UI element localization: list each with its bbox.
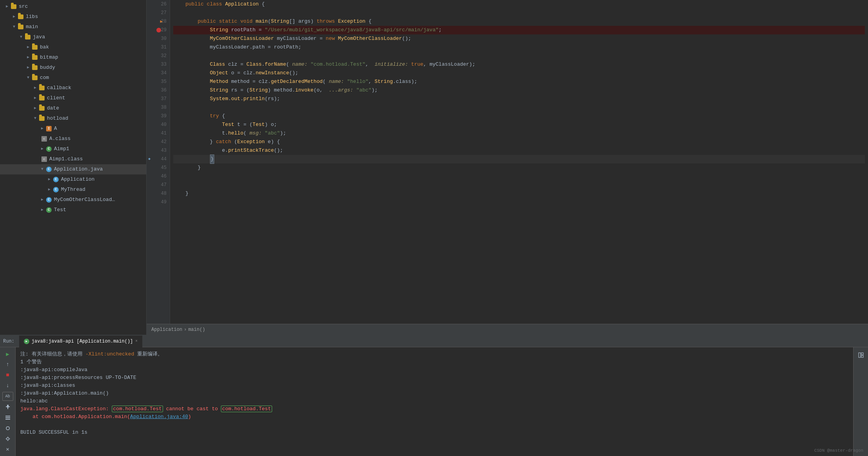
sidebar-item-Aimp1[interactable]: ▶ C Aimp1: [0, 144, 146, 154]
line-28: ▶ 28: [147, 17, 170, 26]
code-line-48: }: [173, 189, 865, 198]
output-line-6: :java8-api:Application.main(): [20, 390, 848, 397]
sidebar-item-buddy[interactable]: ▶ buddy: [0, 63, 146, 73]
line-47: 47: [147, 181, 170, 189]
sidebar-item-label: date: [47, 104, 59, 113]
line-34: 34: [147, 69, 170, 77]
sidebar-item-label: main: [26, 23, 38, 31]
run-pin-button[interactable]: [2, 402, 13, 411]
svg-rect-3: [5, 416, 10, 417]
sidebar-item-label: Test: [54, 206, 66, 214]
run-stop-button[interactable]: ■: [2, 371, 13, 380]
run-ab-button[interactable]: Ab: [2, 392, 13, 401]
class-blue-icon: C: [45, 197, 52, 203]
sidebar-item-libs[interactable]: ▶ libs: [0, 12, 146, 22]
sidebar-item-client[interactable]: ▶ client: [0, 93, 146, 103]
sidebar-item-label: hotload: [47, 114, 68, 123]
arrow-icon: ▶: [32, 104, 38, 113]
sidebar-item-label: callback: [47, 84, 71, 92]
run-close-button[interactable]: ✕: [2, 445, 13, 454]
line-41: 41: [147, 129, 170, 138]
folder-icon: [31, 75, 38, 81]
cast-exception-class2: com.hotload.Test: [221, 406, 272, 412]
arrow-icon: ▼: [32, 114, 38, 123]
tree-icon: [5, 415, 11, 420]
stack-trace-link[interactable]: Application.java:40: [130, 414, 188, 420]
sidebar-item-MyComOtherClassLoad[interactable]: ▶ C MyComOtherClassLoad…: [0, 195, 146, 205]
arrow-icon: ▶: [39, 196, 45, 204]
sidebar-item-src[interactable]: ▶ src: [0, 2, 146, 12]
svg-point-6: [7, 438, 9, 440]
class-blue-icon: C: [52, 177, 59, 182]
svg-rect-7: [7, 436, 8, 437]
sidebar-item-MyThread[interactable]: ▶ C MyThread: [0, 185, 146, 195]
code-container: 26 27 ▶ 28 29 30 31 32 33 34 35: [147, 0, 868, 324]
arrow-icon: ▶: [46, 175, 52, 184]
breadcrumb-application: Application: [151, 327, 182, 332]
code-line-43: e.printStackTrace();: [173, 146, 865, 155]
code-line-26: public class Application {: [173, 0, 865, 9]
sidebar-item-main[interactable]: ▼ main: [0, 22, 146, 32]
sidebar-item-com[interactable]: ▼ com: [0, 73, 146, 83]
file-class-icon: c: [41, 136, 48, 142]
run-link-button[interactable]: [2, 424, 13, 433]
line-49: 49: [147, 198, 170, 206]
run-up-button[interactable]: ↑: [2, 360, 13, 369]
sidebar-item-java[interactable]: ▼ java: [0, 32, 146, 42]
arrow-icon: ▶: [39, 145, 45, 153]
code-line-46: [173, 172, 865, 181]
line-36: 36: [147, 86, 170, 95]
code-line-35: Method method = clz.getDeclaredMethod( n…: [173, 77, 865, 86]
folder-icon: [17, 24, 24, 30]
sidebar-item-label: Application: [61, 175, 95, 184]
sidebar-item-Aimp1-class[interactable]: c Aimp1.class: [0, 154, 146, 164]
code-line-41: t.hello( msg: "abc");: [173, 129, 865, 138]
sidebar-item-bak[interactable]: ▶ bak: [0, 42, 146, 52]
line-43: 43: [147, 146, 170, 155]
run-label: Run:: [3, 339, 14, 344]
sidebar-item-Test[interactable]: ▶ C Test: [0, 205, 146, 215]
run-tab-active[interactable]: ▶ java8:java8-api [Application.main()] ×: [19, 336, 142, 347]
code-line-40: Test t = (Test) o;: [173, 120, 865, 129]
arrow-icon: ▶: [32, 94, 38, 102]
code-line-31: myClassLoader.path = rootPath;: [173, 43, 865, 52]
output-line-4: :java8-api:processResources UP-TO-DATE: [20, 374, 848, 382]
output-line-11: BUILD SUCCESSFUL in 1s: [20, 429, 848, 436]
output-line-10: [20, 421, 848, 429]
folder-icon: [38, 85, 45, 91]
code-line-42: } catch (Exception e) {: [173, 138, 865, 146]
svg-rect-5: [5, 419, 10, 420]
output-line-9: at com.hotload.Application.main(Applicat…: [20, 413, 848, 421]
svg-rect-4: [5, 417, 10, 418]
run-right-btn-1[interactable]: [855, 350, 866, 361]
code-line-39: try {: [173, 112, 865, 120]
run-tree-button[interactable]: [2, 413, 13, 422]
code-lines[interactable]: public class Application { public static…: [170, 0, 868, 324]
run-play-button[interactable]: ▶: [2, 350, 13, 359]
editor-content[interactable]: 26 27 ▶ 28 29 30 31 32 33 34 35: [147, 0, 868, 324]
sidebar-item-A[interactable]: ▶ I A: [0, 124, 146, 134]
sidebar-item-bitmap[interactable]: ▶ bitmap: [0, 52, 146, 63]
watermark: CSDN @master-dragon: [814, 448, 863, 453]
run-body: ▶ ↑ ■ ↓ Ab: [0, 347, 868, 456]
run-down-button[interactable]: ↓: [2, 381, 13, 390]
svg-rect-1: [7, 408, 8, 409]
run-tab-close[interactable]: ×: [135, 339, 138, 343]
run-tab-icon: ▶: [24, 339, 29, 344]
sidebar-item-A-class[interactable]: c A.class: [0, 134, 146, 144]
sidebar-item-callback[interactable]: ▶ callback: [0, 83, 146, 93]
run-settings-button[interactable]: [2, 434, 13, 443]
line-26: 26: [147, 0, 170, 9]
code-line-47: [173, 181, 865, 189]
sidebar-item-hotload[interactable]: ▼ hotload: [0, 113, 146, 124]
arrow-icon: ▶: [39, 124, 45, 133]
sidebar-item-date[interactable]: ▶ date: [0, 103, 146, 113]
sidebar-item-label: MyComOtherClassLoad…: [54, 196, 115, 204]
output-line-3: :java8-api:compileJava: [20, 366, 848, 374]
sidebar-item-Application-class[interactable]: ▶ C Application: [0, 174, 146, 185]
line-27: 27: [147, 9, 170, 17]
sidebar-item-label: A.class: [49, 135, 71, 143]
sidebar-item-Application-java[interactable]: ▼ C Application.java: [0, 164, 146, 174]
sidebar-item-label: Aimp1: [54, 145, 69, 153]
sidebar-item-label: bak: [40, 43, 49, 52]
